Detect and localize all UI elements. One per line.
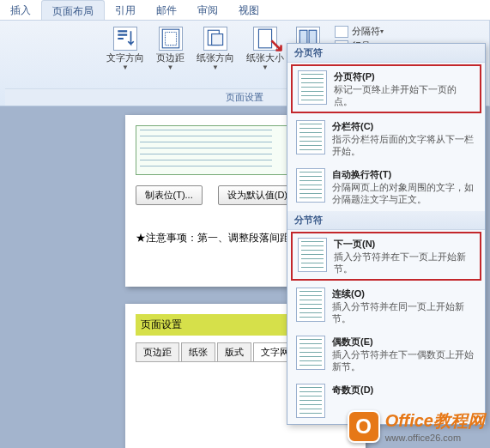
watermark-url: www.office26.com (385, 433, 485, 443)
menu-item-even-page[interactable]: 偶数页(E)插入分节符并在下一偶数页上开始新节。 (290, 330, 482, 378)
chevron-down-icon: ▼ (167, 64, 174, 71)
dialog-tab-layout[interactable]: 版式 (217, 342, 251, 361)
next-page-icon (298, 238, 327, 272)
watermark: Office教程网 www.office26.com (348, 409, 485, 443)
margins-button[interactable]: 页边距▼ (152, 24, 189, 74)
orientation-button[interactable]: 纸张方向▼ (192, 24, 239, 74)
chevron-down-icon: ▾ (380, 27, 384, 35)
page-break-icon (298, 70, 327, 105)
orientation-icon (203, 27, 227, 51)
menu-header-section-breaks: 分节符 (287, 211, 485, 230)
menu-item-text-wrapping[interactable]: 自动换行符(T)分隔网页上的对象周围的文字，如分隔题注文字与正文。 (290, 163, 482, 210)
tab-review[interactable]: 审阅 (187, 0, 228, 20)
tabstop-button[interactable]: 制表位(T)... (136, 185, 203, 205)
tab-mailings[interactable]: 邮件 (146, 0, 187, 20)
ribbon-tabbar: 插入 页面布局 引用 邮件 审阅 视图 (0, 0, 490, 21)
menu-item-continuous[interactable]: 连续(O)插入分节符并在同一页上开始新节。 (290, 282, 482, 330)
text-direction-button[interactable]: 文字方向▼ (102, 24, 148, 74)
svg-rect-3 (212, 34, 223, 45)
text-direction-icon (113, 27, 137, 51)
chevron-down-icon: ▼ (122, 64, 129, 71)
dialog-tab-margin[interactable]: 页边距 (136, 342, 179, 361)
continuous-icon (296, 288, 325, 322)
breaks-menu: 分页符 分页符(P)标记一页终止并开始下一页的点。 分栏符(C)指示分栏符后面的… (287, 43, 486, 425)
tab-page-layout[interactable]: 页面布局 (41, 0, 105, 20)
chevron-down-icon: ▼ (262, 64, 269, 71)
menu-item-page-break[interactable]: 分页符(P)标记一页终止并开始下一页的点。 (291, 64, 481, 113)
annotation-arrow: ↘ (269, 34, 284, 57)
chevron-down-icon: ▼ (212, 64, 219, 71)
odd-page-icon (296, 384, 325, 418)
tab-insert[interactable]: 插入 (0, 0, 41, 20)
watermark-logo-icon (348, 410, 380, 443)
menu-header-page-breaks: 分页符 (287, 44, 485, 63)
margins-icon (159, 27, 183, 51)
column-break-icon (296, 120, 325, 154)
menu-item-next-page[interactable]: 下一页(N)插入分节符并在下一页上开始新节。 (291, 232, 481, 281)
menu-item-column-break[interactable]: 分栏符(C)指示分栏符后面的文字将从下一栏开始。 (290, 115, 482, 162)
dialog-tab-paper[interactable]: 纸张 (181, 342, 215, 361)
set-default-button[interactable]: 设为默认值(D) (218, 185, 297, 205)
breaks-icon (335, 26, 348, 38)
even-page-icon (296, 336, 325, 370)
watermark-brand: Office教程网 (385, 409, 485, 433)
text-wrapping-icon (296, 168, 325, 203)
tab-references[interactable]: 引用 (105, 0, 146, 20)
breaks-button[interactable]: 分隔符 ▾ (331, 24, 387, 39)
tab-view[interactable]: 视图 (228, 0, 269, 20)
